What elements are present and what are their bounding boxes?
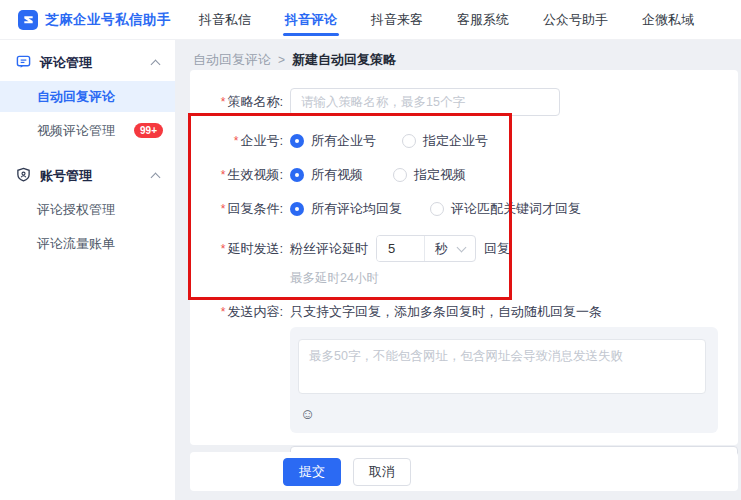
- sidebar-item-label: 自动回复评论: [37, 88, 115, 106]
- sidebar-item-comment-traffic-bill[interactable]: 评论流量账单: [0, 228, 175, 259]
- count-badge: 99+: [134, 123, 163, 138]
- sidebar-group-label: 评论管理: [40, 54, 92, 72]
- sidebar-item-auto-reply-comment[interactable]: 自动回复评论: [0, 81, 175, 112]
- radio-label[interactable]: 所有企业号: [311, 132, 376, 150]
- chevron-up-icon: [151, 60, 161, 70]
- radio-label[interactable]: 评论匹配关键词才回复: [451, 200, 581, 218]
- delay-send-label: *延时发送:: [210, 240, 283, 258]
- required-asterisk: *: [221, 95, 226, 109]
- sidebar-item-comment-auth-mgmt[interactable]: 评论授权管理: [0, 194, 175, 225]
- main-content: 自动回复评论 > 新建自动回复策略 *策略名称: *企业号: 所有企业号 指定企…: [175, 40, 741, 500]
- sidebar-item-label: 视频评论管理: [37, 122, 115, 140]
- strategy-name-label: *策略名称:: [210, 93, 283, 111]
- radio-label[interactable]: 所有评论均回复: [311, 200, 402, 218]
- strategy-name-input[interactable]: [290, 88, 560, 116]
- top-header: 芝麻企业号私信助手 抖音私信 抖音评论 抖音来客 客服系统 公众号助手 企微私域: [0, 0, 741, 40]
- tab-douyin-comment[interactable]: 抖音评论: [273, 0, 349, 40]
- required-asterisk: *: [221, 202, 226, 216]
- radio-all-enterprise-accounts[interactable]: 所有企业号: [290, 132, 376, 150]
- delay-prefix-text: 粉丝评论延时: [290, 240, 368, 258]
- effective-video-row: *生效视频: 所有视频 指定视频: [190, 166, 738, 184]
- delay-suffix-text: 回复: [484, 240, 510, 258]
- radio-label[interactable]: 所有视频: [311, 166, 363, 184]
- tab-douyin-visitor[interactable]: 抖音来客: [359, 0, 435, 40]
- footer-action-bar: 提交 取消: [190, 452, 738, 491]
- brand[interactable]: 芝麻企业号私信助手: [0, 10, 175, 30]
- brand-title: 芝麻企业号私信助手: [45, 11, 171, 29]
- breadcrumb-separator: >: [278, 53, 285, 67]
- send-content-row: *发送内容: 只支持文字回复，添加多条回复时，自动随机回复一条: [190, 303, 738, 321]
- radio-specified-enterprise-accounts[interactable]: 指定企业号: [402, 132, 488, 150]
- radio-reply-keyword-match[interactable]: 评论匹配关键词才回复: [430, 200, 581, 218]
- reply-textarea[interactable]: [298, 339, 706, 394]
- delay-input-group: 秒: [376, 235, 476, 262]
- tab-customer-service[interactable]: 客服系统: [445, 0, 521, 40]
- delay-seconds-input[interactable]: [377, 236, 425, 261]
- shield-icon: [16, 167, 31, 186]
- effective-video-label: *生效视频:: [210, 166, 283, 184]
- radio-reply-all-comments[interactable]: 所有评论均回复: [290, 200, 402, 218]
- send-content-description: 只支持文字回复，添加多条回复时，自动随机回复一条: [290, 303, 602, 321]
- sidebar-item-label: 评论流量账单: [37, 235, 115, 253]
- top-nav: 抖音私信 抖音评论 抖音来客 客服系统 公众号助手 企微私域: [187, 0, 716, 40]
- send-content-label: *发送内容:: [210, 303, 283, 321]
- comment-icon: [16, 54, 31, 73]
- delay-hint-row: 最多延时24小时: [190, 268, 738, 287]
- delay-send-row: *延时发送: 粉丝评论延时 秒 回复: [190, 235, 738, 262]
- required-asterisk: *: [221, 168, 226, 182]
- required-asterisk: *: [221, 242, 226, 256]
- reply-condition-row: *回复条件: 所有评论均回复 评论匹配关键词才回复: [190, 200, 738, 218]
- submit-button[interactable]: 提交: [283, 458, 341, 486]
- delay-hint-text: 最多延时24小时: [290, 271, 379, 285]
- sidebar-group-account-mgmt[interactable]: 账号管理: [0, 161, 175, 191]
- radio-selected-icon[interactable]: [290, 202, 304, 216]
- sidebar-group-comment-mgmt[interactable]: 评论管理: [0, 48, 175, 78]
- sidebar: 评论管理 自动回复评论 视频评论管理 99+ 账号管理 评论授权管理 评论流量账…: [0, 40, 175, 500]
- delay-unit-value: 秒: [435, 240, 448, 258]
- sidebar-item-label: 评论授权管理: [37, 201, 115, 219]
- reply-content-box: ☺: [290, 327, 718, 433]
- tab-douyin-private-msg[interactable]: 抖音私信: [187, 0, 263, 40]
- radio-unselected-icon[interactable]: [402, 134, 416, 148]
- breadcrumb-current: 新建自动回复策略: [292, 51, 396, 69]
- required-asterisk: *: [234, 134, 239, 148]
- delay-unit-select[interactable]: 秒: [425, 240, 475, 258]
- breadcrumb-parent-link[interactable]: 自动回复评论: [193, 51, 271, 69]
- tab-official-account[interactable]: 公众号助手: [531, 0, 620, 40]
- cancel-button[interactable]: 取消: [353, 458, 411, 486]
- app-logo-icon: [18, 10, 38, 30]
- reply-condition-label: *回复条件:: [210, 200, 283, 218]
- sidebar-item-video-comment-mgmt[interactable]: 视频评论管理 99+: [0, 115, 175, 146]
- enterprise-account-row: *企业号: 所有企业号 指定企业号: [190, 132, 738, 150]
- enterprise-account-label: *企业号:: [210, 132, 283, 150]
- sidebar-group-label: 账号管理: [40, 167, 92, 185]
- chevron-down-icon: [457, 242, 467, 252]
- form-card: *策略名称: *企业号: 所有企业号 指定企业号 *生效视频:: [190, 70, 738, 445]
- emoji-icon[interactable]: ☺: [300, 406, 315, 421]
- strategy-name-row: *策略名称:: [190, 88, 738, 116]
- required-asterisk: *: [221, 305, 226, 319]
- radio-all-videos[interactable]: 所有视频: [290, 166, 363, 184]
- radio-label[interactable]: 指定视频: [414, 166, 466, 184]
- radio-unselected-icon[interactable]: [393, 168, 407, 182]
- breadcrumb: 自动回复评论 > 新建自动回复策略: [175, 40, 741, 69]
- tab-wecom-private[interactable]: 企微私域: [630, 0, 706, 40]
- radio-selected-icon[interactable]: [290, 168, 304, 182]
- radio-selected-icon[interactable]: [290, 134, 304, 148]
- radio-label[interactable]: 指定企业号: [423, 132, 488, 150]
- radio-unselected-icon[interactable]: [430, 202, 444, 216]
- chevron-up-icon: [151, 173, 161, 183]
- radio-specified-videos[interactable]: 指定视频: [393, 166, 466, 184]
